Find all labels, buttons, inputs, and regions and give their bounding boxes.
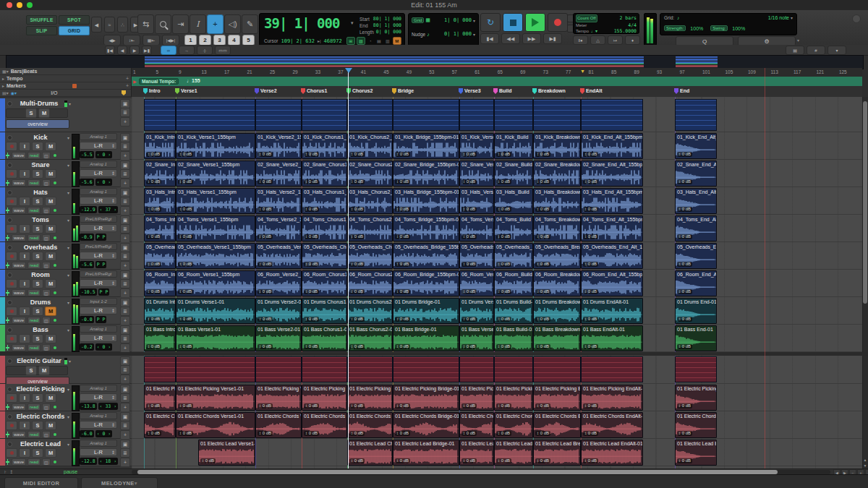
audio-clip[interactable]: 03_Hats_Verse1_155bpm↕ 0 dB bbox=[176, 188, 255, 214]
input-path-selector[interactable]: Analog 1 bbox=[80, 160, 117, 168]
clip-gain-badge[interactable]: ↕ 0 dB bbox=[395, 207, 410, 212]
volume-value[interactable]: -5.5 bbox=[80, 151, 94, 158]
mute-button[interactable]: M bbox=[38, 108, 50, 118]
clip-gain-badge[interactable]: ↕ 0 dB bbox=[461, 262, 477, 267]
ruler-row-bars-beats[interactable]: ▦▾Bars|Beats bbox=[0, 68, 131, 75]
record-enable-button[interactable] bbox=[6, 307, 17, 316]
strength-label[interactable]: Strength: bbox=[664, 25, 686, 31]
audio-clip[interactable]: 06_Room_Bridge_155bpm-01↕ 0 dB bbox=[393, 270, 459, 296]
clip-gain-badge[interactable]: ↕ 0 dB bbox=[535, 344, 550, 349]
track-options-caret-icon[interactable]: ▾ bbox=[67, 245, 69, 250]
trim-tool-icon[interactable]: ⇥ bbox=[172, 14, 189, 34]
edit-mode-grid[interactable]: GRID bbox=[59, 26, 90, 35]
more-options-icon[interactable]: ▾ bbox=[827, 46, 846, 55]
mute-button[interactable]: M bbox=[45, 448, 56, 458]
marker-label-bridge[interactable]: Bridge bbox=[398, 88, 414, 93]
clip-gain-badge[interactable]: ↕ 0 dB bbox=[677, 179, 692, 184]
solo-button[interactable]: S bbox=[32, 169, 43, 179]
audio-clip[interactable]: 01 Drums Verse2-01↕ 0 dB bbox=[255, 298, 302, 324]
ruler-add-icon[interactable]: + bbox=[126, 83, 129, 88]
audio-clip[interactable]: 02_Snare_Verse1_155bpm↕ 0 dB bbox=[176, 160, 255, 187]
audio-clip[interactable]: 01 Electric Chords End-01↕ 0 dB bbox=[675, 412, 717, 438]
mirrored-midi-icon[interactable]: ▭▭ bbox=[215, 46, 231, 55]
clip-gain-badge[interactable]: ↕ 0 dB bbox=[258, 179, 273, 184]
audio-clip[interactable]: 02_Snare_Bridge_155bpm-01↕ 0 dB bbox=[393, 160, 459, 187]
ruler-expand-icon[interactable]: ▦▾ bbox=[2, 69, 9, 74]
pan-output-selector[interactable]: L-R⇕ bbox=[80, 279, 117, 287]
pan-value[interactable]: ‹ 33 › bbox=[98, 403, 118, 410]
clip-gain-badge[interactable]: ↕ 0 dB bbox=[304, 179, 319, 184]
clip-gain-badge[interactable]: ↕ 0 dB bbox=[258, 403, 273, 408]
marker-add-icon[interactable] bbox=[72, 84, 77, 88]
clip-gain-badge[interactable]: ↕ 0 dB bbox=[258, 207, 273, 212]
audio-clip[interactable]: 01 Electric Lead Verse3-01↕ 0 dB bbox=[459, 440, 494, 466]
audio-clip[interactable]: 04_Toms_Build↕ 0 dB bbox=[494, 215, 533, 241]
conductor-button[interactable]: ♦ bbox=[625, 35, 640, 45]
marker-label-verse1[interactable]: Verse1 bbox=[181, 88, 197, 93]
clip-gain-badge[interactable]: ↕ 0 dB bbox=[535, 207, 550, 212]
mute-button[interactable]: M bbox=[45, 142, 56, 151]
audio-clip[interactable]: 01 Bass End-01↕ 0 dB bbox=[675, 325, 717, 351]
track-header-kick[interactable]: Kick▾ISMwaveread◫Analog 1L-R⇕-5.5‹ 0 ›▣≣… bbox=[0, 132, 132, 160]
clip-gain-badge[interactable]: ↕ 0 dB bbox=[146, 431, 161, 436]
audio-clip[interactable]: 05_Overheads_Bridge_155bpm-01↕ 0 dB bbox=[393, 243, 459, 269]
clip-gain-badge[interactable]: ↕ 0 dB bbox=[349, 207, 365, 212]
marker-flag-verse3[interactable] bbox=[459, 88, 463, 94]
go-to-end-button[interactable]: ▶▮ bbox=[543, 33, 562, 44]
clip-gain-badge[interactable]: ↕ 0 dB bbox=[496, 344, 511, 349]
solo-button[interactable]: S bbox=[32, 393, 43, 403]
clip-gain-badge[interactable]: ↕ 0 dB bbox=[677, 207, 692, 212]
overview-button[interactable]: overview bbox=[6, 119, 69, 129]
audio-clip[interactable]: 05_Overheads_Verse2_155bpm↕ 0 dB bbox=[255, 243, 302, 269]
audio-clip[interactable]: 06_Room_Chorus2_155bpm↕ 0 dB bbox=[347, 270, 393, 296]
folder-clip-block[interactable] bbox=[176, 356, 255, 382]
track-header-hats[interactable]: Hats▾ISMwaveread◫Analog 1L-R⇕-12.9‹ 37 ›… bbox=[0, 187, 132, 215]
solo-button[interactable]: S bbox=[32, 279, 43, 288]
pan-value[interactable]: ‹ 0 › bbox=[95, 179, 113, 186]
clip-gain-badge[interactable]: ↕ 0 dB bbox=[395, 431, 410, 436]
clip-gain-badge[interactable]: ↕ 0 dB bbox=[677, 289, 692, 294]
pan-output-selector[interactable]: L-R⇕ bbox=[80, 393, 117, 401]
input-monitor-button[interactable]: I bbox=[19, 448, 30, 458]
marker-label-chorus2[interactable]: Chorus2 bbox=[352, 88, 373, 93]
clip-gain-badge[interactable]: ↕ 0 dB bbox=[535, 289, 550, 294]
track-options-caret-icon[interactable]: ▾ bbox=[67, 414, 69, 419]
audio-clip[interactable]: 01 Electric Picking End-01↕ 0 dB bbox=[675, 385, 717, 411]
audio-clip[interactable]: 01_Kick_Verse3_155bpm↕ 0 dB bbox=[459, 133, 494, 159]
track-header-room[interactable]: Room▾ISMwaveread◫PreLft/PreRgtL-R⇕-10.5P… bbox=[0, 270, 132, 297]
insertion-follows-icon[interactable]: ·|· bbox=[197, 46, 213, 55]
audio-clip[interactable]: 01 Electric Lead Chorus2-01↕ 0 dB bbox=[347, 440, 393, 466]
marker-flag-verse2[interactable] bbox=[255, 88, 259, 94]
track-fader-icon[interactable] bbox=[6, 459, 10, 465]
volume-value[interactable]: -5.6 bbox=[80, 261, 94, 268]
pan-value[interactable]: ‹ 37 › bbox=[98, 206, 118, 213]
audio-clip[interactable]: 03_Hats_Chorus2_155bpm↕ 0 dB bbox=[347, 188, 393, 214]
track-options-caret-icon[interactable]: ▾ bbox=[69, 101, 71, 106]
input-monitor-button[interactable]: I bbox=[19, 252, 30, 261]
mute-button[interactable]: M bbox=[45, 279, 56, 288]
audio-clip[interactable]: 02_Snare_Breakdown↕ 0 dB bbox=[533, 160, 581, 187]
track-list-header[interactable]: ▤▾◉▾I/O bbox=[0, 90, 131, 97]
track-header-multi-drums[interactable]: Multi-Drums▾SMoverview▣≣+ bbox=[0, 98, 132, 132]
window-config-icon[interactable]: ▤ bbox=[786, 46, 804, 55]
folder-clip-block[interactable] bbox=[459, 356, 494, 382]
toolbar-options-button[interactable] bbox=[852, 14, 861, 23]
zoom-preset-4[interactable]: 4 bbox=[228, 35, 240, 46]
automation-lane-icon[interactable]: ≣ bbox=[120, 108, 130, 117]
track-header-electric-picking[interactable]: Electric Picking▾ISMwaveread◫Analog 1L-R… bbox=[0, 384, 132, 411]
marker-label-verse3[interactable]: Verse3 bbox=[464, 88, 481, 93]
clip-gain-badge[interactable]: ↕ 0 dB bbox=[258, 317, 273, 322]
clip-gain-badge[interactable]: ↕ 0 dB bbox=[146, 403, 161, 408]
mute-button[interactable]: M bbox=[45, 169, 56, 179]
clip-gain-badge[interactable]: ↕ 0 dB bbox=[178, 262, 193, 267]
clip-gain-badge[interactable]: ↕ 0 dB bbox=[583, 152, 598, 157]
grid-setting-row[interactable]: Grid: ♪ 1/16 note ▾ bbox=[664, 15, 793, 20]
link-track-edit-icon[interactable]: → bbox=[179, 46, 195, 55]
wait-for-note-button[interactable]: ‖● bbox=[573, 35, 588, 45]
track-fader-icon[interactable] bbox=[6, 180, 10, 186]
track-fader-icon[interactable] bbox=[6, 290, 10, 296]
pan-output-selector[interactable]: L-R⇕ bbox=[80, 142, 117, 150]
audio-clip[interactable]: 02_Snare_Chorus1_155bpm↕ 0 dB bbox=[302, 160, 347, 187]
solo-button[interactable]: S bbox=[32, 224, 43, 234]
tempo-note-icon[interactable]: ♩▾ bbox=[591, 28, 597, 35]
